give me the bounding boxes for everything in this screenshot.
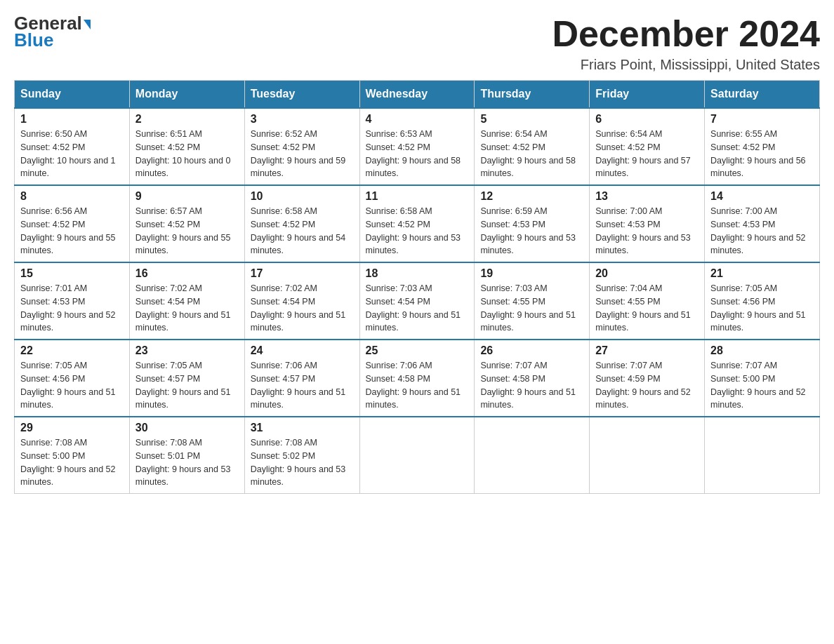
day-info: Sunrise: 6:54 AM Sunset: 4:52 PM Dayligh… [480,128,583,180]
day-info: Sunrise: 7:03 AM Sunset: 4:55 PM Dayligh… [480,282,583,335]
table-row: 3 Sunrise: 6:52 AM Sunset: 4:52 PM Dayli… [244,108,359,185]
calendar-header-row: Sunday Monday Tuesday Wednesday Thursday… [15,81,820,109]
col-sunday: Sunday [15,81,130,109]
day-number: 23 [135,344,239,357]
table-row: 7 Sunrise: 6:55 AM Sunset: 4:52 PM Dayli… [705,108,820,185]
col-friday: Friday [590,81,705,109]
month-title: December 2024 [552,14,820,54]
day-info: Sunrise: 7:03 AM Sunset: 4:54 PM Dayligh… [366,282,469,335]
day-number: 24 [251,344,354,357]
day-info: Sunrise: 6:58 AM Sunset: 4:52 PM Dayligh… [251,205,354,257]
table-row: 20 Sunrise: 7:04 AM Sunset: 4:55 PM Dayl… [590,262,705,340]
day-info: Sunrise: 7:08 AM Sunset: 5:01 PM Dayligh… [135,436,239,489]
logo: General Blue [14,14,91,51]
page-header: General Blue December 2024 Friars Point,… [14,14,820,73]
day-number: 15 [20,267,124,280]
table-row: 12 Sunrise: 6:59 AM Sunset: 4:53 PM Dayl… [475,185,590,262]
table-row: 29 Sunrise: 7:08 AM Sunset: 5:00 PM Dayl… [15,417,130,494]
day-number: 19 [480,267,583,280]
day-info: Sunrise: 6:54 AM Sunset: 4:52 PM Dayligh… [595,128,699,180]
day-number: 28 [710,344,814,357]
day-info: Sunrise: 7:07 AM Sunset: 5:00 PM Dayligh… [710,359,814,412]
table-row [359,417,475,494]
day-number: 8 [20,190,124,203]
col-saturday: Saturday [705,81,820,109]
day-info: Sunrise: 7:05 AM Sunset: 4:57 PM Dayligh… [135,359,239,412]
day-number: 1 [20,113,124,126]
calendar-week-row: 15 Sunrise: 7:01 AM Sunset: 4:53 PM Dayl… [15,262,820,340]
day-number: 9 [135,190,239,203]
table-row: 28 Sunrise: 7:07 AM Sunset: 5:00 PM Dayl… [705,340,820,417]
table-row: 31 Sunrise: 7:08 AM Sunset: 5:02 PM Dayl… [244,417,359,494]
table-row: 2 Sunrise: 6:51 AM Sunset: 4:52 PM Dayli… [129,108,244,185]
table-row: 6 Sunrise: 6:54 AM Sunset: 4:52 PM Dayli… [590,108,705,185]
calendar-week-row: 8 Sunrise: 6:56 AM Sunset: 4:52 PM Dayli… [15,185,820,262]
col-monday: Monday [129,81,244,109]
day-info: Sunrise: 6:52 AM Sunset: 4:52 PM Dayligh… [251,128,354,180]
title-section: December 2024 Friars Point, Mississippi,… [552,14,820,73]
col-wednesday: Wednesday [359,81,475,109]
day-info: Sunrise: 7:07 AM Sunset: 4:59 PM Dayligh… [595,359,699,412]
table-row: 5 Sunrise: 6:54 AM Sunset: 4:52 PM Dayli… [475,108,590,185]
day-number: 2 [135,113,239,126]
day-info: Sunrise: 7:02 AM Sunset: 4:54 PM Dayligh… [251,282,354,335]
day-number: 26 [480,344,583,357]
day-info: Sunrise: 7:02 AM Sunset: 4:54 PM Dayligh… [135,282,239,335]
day-number: 10 [251,190,354,203]
day-info: Sunrise: 7:08 AM Sunset: 5:00 PM Dayligh… [20,436,124,489]
day-info: Sunrise: 7:06 AM Sunset: 4:57 PM Dayligh… [251,359,354,412]
table-row: 14 Sunrise: 7:00 AM Sunset: 4:53 PM Dayl… [705,185,820,262]
day-info: Sunrise: 7:05 AM Sunset: 4:56 PM Dayligh… [20,359,124,412]
day-number: 6 [595,113,699,126]
table-row: 10 Sunrise: 6:58 AM Sunset: 4:52 PM Dayl… [244,185,359,262]
day-number: 29 [20,422,124,434]
day-number: 21 [710,267,814,280]
day-number: 12 [480,190,583,203]
logo-line2: Blue [14,29,53,51]
calendar-week-row: 29 Sunrise: 7:08 AM Sunset: 5:00 PM Dayl… [15,417,820,494]
day-number: 13 [595,190,699,203]
day-number: 7 [710,113,814,126]
day-info: Sunrise: 7:04 AM Sunset: 4:55 PM Dayligh… [595,282,699,335]
day-number: 27 [595,344,699,357]
table-row: 13 Sunrise: 7:00 AM Sunset: 4:53 PM Dayl… [590,185,705,262]
table-row: 22 Sunrise: 7:05 AM Sunset: 4:56 PM Dayl… [15,340,130,417]
day-number: 17 [251,267,354,280]
day-number: 14 [710,190,814,203]
day-info: Sunrise: 7:00 AM Sunset: 4:53 PM Dayligh… [710,205,814,257]
day-info: Sunrise: 6:51 AM Sunset: 4:52 PM Dayligh… [135,128,239,180]
day-number: 22 [20,344,124,357]
calendar-week-row: 1 Sunrise: 6:50 AM Sunset: 4:52 PM Dayli… [15,108,820,185]
day-number: 5 [480,113,583,126]
day-info: Sunrise: 7:07 AM Sunset: 4:58 PM Dayligh… [480,359,583,412]
day-number: 30 [135,422,239,434]
table-row: 23 Sunrise: 7:05 AM Sunset: 4:57 PM Dayl… [129,340,244,417]
calendar-table: Sunday Monday Tuesday Wednesday Thursday… [14,80,820,494]
calendar-week-row: 22 Sunrise: 7:05 AM Sunset: 4:56 PM Dayl… [15,340,820,417]
table-row: 26 Sunrise: 7:07 AM Sunset: 4:58 PM Dayl… [475,340,590,417]
table-row: 17 Sunrise: 7:02 AM Sunset: 4:54 PM Dayl… [244,262,359,340]
day-info: Sunrise: 6:53 AM Sunset: 4:52 PM Dayligh… [366,128,469,180]
day-info: Sunrise: 6:55 AM Sunset: 4:52 PM Dayligh… [710,128,814,180]
day-number: 3 [251,113,354,126]
table-row [705,417,820,494]
table-row: 18 Sunrise: 7:03 AM Sunset: 4:54 PM Dayl… [359,262,475,340]
table-row: 25 Sunrise: 7:06 AM Sunset: 4:58 PM Dayl… [359,340,475,417]
day-number: 18 [366,267,469,280]
day-info: Sunrise: 6:59 AM Sunset: 4:53 PM Dayligh… [480,205,583,257]
table-row: 21 Sunrise: 7:05 AM Sunset: 4:56 PM Dayl… [705,262,820,340]
day-info: Sunrise: 6:58 AM Sunset: 4:52 PM Dayligh… [366,205,469,257]
day-info: Sunrise: 6:56 AM Sunset: 4:52 PM Dayligh… [20,205,124,257]
table-row [475,417,590,494]
table-row: 16 Sunrise: 7:02 AM Sunset: 4:54 PM Dayl… [129,262,244,340]
day-number: 31 [251,422,354,434]
day-number: 25 [366,344,469,357]
table-row: 27 Sunrise: 7:07 AM Sunset: 4:59 PM Dayl… [590,340,705,417]
day-info: Sunrise: 7:06 AM Sunset: 4:58 PM Dayligh… [366,359,469,412]
table-row: 1 Sunrise: 6:50 AM Sunset: 4:52 PM Dayli… [15,108,130,185]
location: Friars Point, Mississippi, United States [552,57,820,73]
table-row: 4 Sunrise: 6:53 AM Sunset: 4:52 PM Dayli… [359,108,475,185]
table-row: 30 Sunrise: 7:08 AM Sunset: 5:01 PM Dayl… [129,417,244,494]
day-info: Sunrise: 6:50 AM Sunset: 4:52 PM Dayligh… [20,128,124,180]
day-number: 4 [366,113,469,126]
